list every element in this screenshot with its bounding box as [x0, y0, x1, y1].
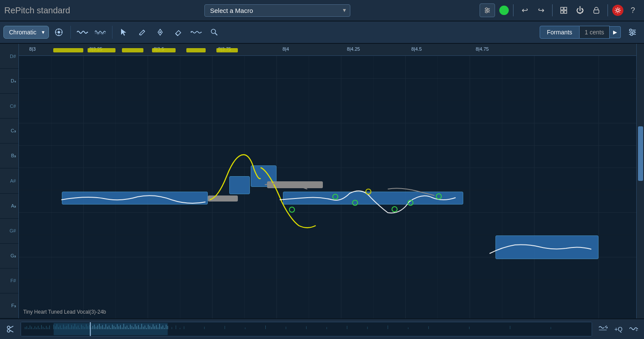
scale-select[interactable]: Chromatic Major Minor: [3, 26, 49, 39]
power-button[interactable]: ⏻: [573, 3, 587, 17]
grid-button[interactable]: [557, 3, 571, 17]
svg-line-23: [215, 33, 217, 35]
timeline-marker: 8|3: [29, 46, 36, 52]
ctrl-point-green[interactable]: [352, 200, 358, 206]
timeline-segment: [122, 48, 143, 52]
waveform-bar[interactable]: [21, 322, 592, 336]
magnify-tool-button[interactable]: [206, 24, 222, 40]
svg-point-13: [58, 31, 60, 34]
scissors-icon: [6, 325, 14, 333]
top-right-controls: ↩ ↪ ⏻ ?: [499, 3, 640, 17]
lock-button[interactable]: [589, 3, 603, 17]
ctrl-point-green[interactable]: [392, 206, 398, 212]
eraser-tool-button[interactable]: [170, 24, 186, 40]
cut-button[interactable]: [3, 322, 17, 336]
note-block[interactable]: [62, 192, 208, 205]
formants-button[interactable]: Formants: [540, 26, 580, 39]
timeline-segment: [53, 48, 83, 52]
waveform-tool-button[interactable]: [74, 24, 91, 40]
note-label-gsharp: G#: [0, 219, 18, 244]
macro-select-container: Select a Macro ▼: [79, 4, 476, 17]
scroll-thumb[interactable]: [638, 126, 643, 181]
grid-container[interactable]: 8|3 8|3.25 8|3.5 8|3.75 8|4 8|4.25 8|4.5…: [19, 44, 636, 318]
ctrl-point-yellow[interactable]: [365, 189, 371, 195]
macro-settings-button[interactable]: [480, 3, 495, 17]
grid-icon: [560, 6, 568, 14]
h-grid-line: [19, 168, 636, 168]
bottom-bar: +Q +Q: [0, 318, 644, 339]
toolbar-sliders-icon: [628, 28, 637, 37]
app-name: RePitch: [4, 6, 34, 15]
squiggle-tool-button[interactable]: [92, 24, 109, 40]
note-label-c3: C₃: [0, 119, 18, 144]
cents-arrow-button[interactable]: ▶: [610, 26, 621, 38]
toolbar-sliders-button[interactable]: [624, 24, 641, 40]
svg-point-29: [631, 34, 633, 36]
ctrl-point-green[interactable]: [436, 193, 442, 199]
timeline-segment: [152, 48, 176, 52]
v-grid-line: [341, 56, 341, 318]
svg-point-5: [486, 11, 487, 13]
timeline-marker: 8|4: [283, 46, 289, 52]
pen-tool-button[interactable]: [152, 24, 168, 40]
timeline: 8|3 8|3.25 8|3.5 8|3.75 8|4 8|4.25 8|4.5…: [19, 44, 636, 56]
timeline-segment: [216, 48, 238, 52]
bottom-right-controls: +Q +Q: [595, 322, 641, 336]
note-handle[interactable]: [208, 195, 238, 202]
h-grid-line: [19, 101, 636, 101]
v-grid-line: [470, 56, 470, 318]
zoom-in-button[interactable]: +Q: [612, 324, 625, 334]
waveform-zoom-icon: [598, 324, 608, 333]
note-labels: D# D₄ C# C₃ B₃ A# A₃ G# G₃ F# F₃: [0, 44, 19, 318]
note-label-fsharp: F#: [0, 269, 18, 293]
help-button[interactable]: ?: [626, 3, 640, 17]
zoom-out-icon: +Q: [629, 325, 638, 332]
svg-line-143: [605, 326, 607, 327]
status-indicator: [499, 6, 509, 15]
magnify-icon: [210, 28, 218, 36]
lock-icon: [593, 6, 600, 14]
macro-select[interactable]: Select a Macro: [204, 4, 350, 17]
v-grid-line-minor: [437, 56, 438, 318]
vibrato-tool-button[interactable]: [188, 24, 204, 40]
cents-display: 1 cents: [580, 26, 610, 39]
zoom-waveform-button[interactable]: [595, 322, 610, 336]
select-tool-button[interactable]: [116, 24, 132, 40]
v-grid-line-minor: [115, 56, 116, 318]
undo-button[interactable]: ↩: [518, 3, 532, 17]
waveform-icon: [77, 28, 88, 36]
v-grid-line: [212, 56, 213, 318]
pen-icon: [156, 28, 164, 36]
select-cursor-icon: [120, 28, 128, 37]
v-grid-line-minor: [180, 56, 180, 318]
grid-lines: [19, 56, 636, 318]
note-block[interactable]: [495, 235, 598, 259]
ctrl-point-green[interactable]: [332, 194, 338, 200]
pencil-tool-button[interactable]: [134, 24, 150, 40]
note-label-d4: D₄: [0, 69, 18, 94]
redo-button[interactable]: ↪: [534, 3, 548, 17]
ctrl-point-green[interactable]: [289, 207, 295, 213]
snap-button[interactable]: [51, 24, 67, 40]
h-grid-line: [19, 190, 636, 190]
timeline-marker: 8|4.75: [476, 46, 489, 52]
v-grid-line: [405, 56, 406, 318]
waveform-svg: [21, 322, 592, 336]
settings-sliders-icon: [483, 6, 491, 14]
svg-rect-7: [564, 7, 567, 10]
zoom-out-button[interactable]: +Q: [627, 324, 641, 335]
toolbar: Chromatic Major Minor ▼: [0, 21, 644, 44]
note-block[interactable]: [229, 176, 250, 194]
alert-badge[interactable]: [612, 5, 623, 16]
svg-point-28: [633, 31, 635, 34]
ctrl-point-green[interactable]: [407, 200, 413, 206]
svg-line-20: [176, 34, 178, 36]
right-scrollbar[interactable]: [636, 44, 644, 318]
app-edition: standard: [37, 6, 70, 15]
h-grid-line: [19, 145, 636, 146]
note-handle[interactable]: [267, 181, 323, 188]
v-grid-line-minor: [502, 56, 502, 318]
settings-gear-icon: [614, 7, 621, 14]
note-label-csharp: C#: [0, 94, 18, 119]
v-grid-line-minor: [51, 56, 52, 318]
